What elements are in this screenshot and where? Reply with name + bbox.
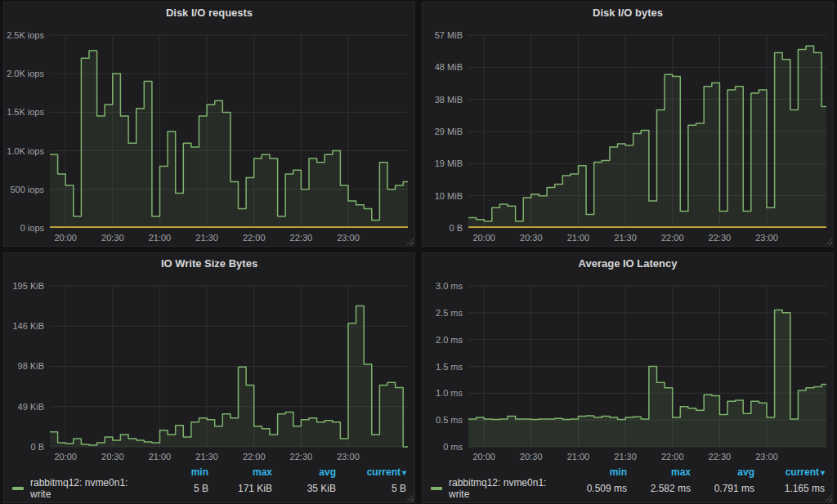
x-axis-label: 22:00 bbox=[661, 452, 684, 462]
x-axis-label: 21:30 bbox=[195, 233, 218, 243]
panel-title-disk-io-bytes[interactable]: Disk I/O bytes bbox=[423, 2, 833, 24]
y-axis-label: 0.5 ms bbox=[436, 415, 463, 425]
x-axis-label: 21:00 bbox=[149, 233, 172, 243]
legend-col-current[interactable]: current▾ bbox=[754, 466, 825, 478]
y-axis-label: 57 MiB bbox=[435, 30, 463, 40]
series-color-swatch bbox=[431, 487, 442, 490]
dashboard-grid: Disk I/O requests 0 iops500 iops1.0K iop… bbox=[0, 0, 837, 504]
y-axis-label: 10 MiB bbox=[435, 191, 463, 201]
legend: min max avg current▾ rabbitmq12: nvme0n1… bbox=[423, 465, 833, 502]
y-axis-label: 146 KiB bbox=[12, 321, 44, 331]
y-axis-label: 1.0K iops bbox=[7, 146, 44, 156]
y-axis-label: 98 KiB bbox=[18, 361, 44, 371]
y-axis-label: 49 KiB bbox=[18, 402, 44, 412]
legend-value-max: 171 KiB bbox=[208, 483, 272, 494]
y-axis-label: 38 MiB bbox=[435, 95, 463, 105]
series-line bbox=[468, 310, 826, 420]
legend-col-min[interactable]: min bbox=[563, 466, 627, 478]
x-axis-label: 22:30 bbox=[290, 452, 313, 462]
legend-value-avg: 0.791 ms bbox=[691, 483, 754, 494]
legend-row: rabbitmq12: nvme0n1: write 5 B 171 KiB 3… bbox=[12, 479, 406, 497]
legend-col-min[interactable]: min bbox=[145, 466, 208, 478]
panel-disk-io-bytes: Disk I/O bytes 0 B10 MiB19 MiB29 MiB38 M… bbox=[422, 2, 834, 247]
x-axis-label: 21:00 bbox=[567, 452, 590, 462]
y-axis-label: 1.5 ms bbox=[436, 362, 463, 372]
sort-caret-icon: ▾ bbox=[821, 468, 825, 477]
disk-io-requests-chart[interactable]: 0 iops500 iops1.0K iops1.5K iops2.0K iop… bbox=[4, 24, 414, 246]
x-axis-label: 23:00 bbox=[337, 233, 360, 243]
legend-value-avg: 35 KiB bbox=[272, 483, 336, 494]
panel-io-write-size-bytes: IO Write Size Bytes 0 B49 KiB98 KiB146 K… bbox=[3, 252, 415, 503]
series-name[interactable]: rabbitmq12: nvme0n1: write bbox=[30, 477, 145, 500]
panel-title-disk-io-requests[interactable]: Disk I/O requests bbox=[4, 2, 414, 24]
legend-col-avg[interactable]: avg bbox=[691, 466, 754, 478]
x-axis-label: 20:00 bbox=[472, 233, 495, 243]
y-axis-label: 0 iops bbox=[20, 223, 45, 233]
y-axis-label: 2.0K iops bbox=[7, 69, 44, 78]
series-color-swatch bbox=[12, 487, 24, 490]
x-axis-label: 22:30 bbox=[709, 452, 732, 462]
x-axis-label: 23:00 bbox=[755, 233, 778, 243]
panel-title-io-write-size-bytes[interactable]: IO Write Size Bytes bbox=[4, 253, 414, 274]
legend-row: rabbitmq12: nvme0n1: write 0.509 ms 2.58… bbox=[431, 479, 825, 497]
panel-disk-io-requests: Disk I/O requests 0 iops500 iops1.0K iop… bbox=[3, 2, 415, 247]
y-axis-label: 0 B bbox=[30, 442, 44, 452]
x-axis-label: 21:00 bbox=[567, 233, 590, 243]
x-axis-label: 21:30 bbox=[614, 452, 637, 462]
panel-title-average-io-latency[interactable]: Average IO Latency bbox=[423, 253, 833, 274]
io-write-size-bytes-chart[interactable]: 0 B49 KiB98 KiB146 KiB195 KiB20:0020:302… bbox=[4, 274, 414, 465]
series-fill bbox=[468, 46, 826, 228]
x-axis-label: 23:00 bbox=[755, 452, 778, 462]
legend-value-current: 1.165 ms bbox=[754, 483, 825, 494]
y-axis-label: 2.0 ms bbox=[436, 335, 463, 345]
y-axis-label: 2.5 ms bbox=[436, 308, 463, 318]
x-axis-label: 20:30 bbox=[520, 452, 543, 462]
legend-value-current: 5 B bbox=[336, 483, 406, 494]
x-axis-label: 21:30 bbox=[614, 233, 637, 243]
x-axis-label: 20:30 bbox=[520, 233, 543, 243]
x-axis-label: 21:30 bbox=[195, 452, 218, 462]
x-axis-label: 20:30 bbox=[101, 452, 124, 462]
y-axis-label: 0 B bbox=[449, 223, 463, 233]
x-axis-label: 21:00 bbox=[149, 452, 172, 462]
legend-value-min: 5 B bbox=[145, 483, 208, 494]
legend-value-max: 2.582 ms bbox=[627, 483, 691, 494]
y-axis-label: 0 ms bbox=[443, 442, 463, 452]
panel-average-io-latency: Average IO Latency 0 ms0.5 ms1.0 ms1.5 m… bbox=[422, 252, 834, 503]
y-axis-label: 48 MiB bbox=[435, 62, 463, 72]
y-axis-label: 19 MiB bbox=[435, 158, 463, 168]
x-axis-label: 20:00 bbox=[54, 233, 77, 243]
series-fill bbox=[468, 310, 826, 447]
x-axis-label: 23:00 bbox=[337, 452, 360, 462]
x-axis-label: 20:00 bbox=[54, 452, 77, 462]
y-axis-label: 500 iops bbox=[10, 185, 44, 194]
legend: min max avg current▾ rabbitmq12: nvme0n1… bbox=[4, 465, 414, 502]
y-axis-label: 2.5K iops bbox=[7, 30, 44, 40]
x-axis-label: 22:30 bbox=[709, 233, 732, 243]
disk-io-bytes-chart[interactable]: 0 B10 MiB19 MiB29 MiB38 MiB48 MiB57 MiB2… bbox=[423, 24, 833, 246]
y-axis-label: 195 KiB bbox=[12, 281, 44, 291]
legend-col-max[interactable]: max bbox=[208, 466, 272, 478]
x-axis-label: 22:00 bbox=[661, 233, 684, 243]
series-name[interactable]: rabbitmq12: nvme0n1: write bbox=[449, 477, 563, 500]
x-axis-label: 22:30 bbox=[290, 233, 313, 243]
y-axis-label: 1.5K iops bbox=[7, 107, 44, 117]
y-axis-label: 1.0 ms bbox=[436, 388, 463, 398]
x-axis-label: 22:00 bbox=[243, 233, 266, 243]
x-axis-label: 20:00 bbox=[472, 452, 495, 462]
legend-value-min: 0.509 ms bbox=[563, 483, 627, 494]
y-axis-label: 29 MiB bbox=[435, 127, 463, 136]
average-io-latency-chart[interactable]: 0 ms0.5 ms1.0 ms1.5 ms2.0 ms2.5 ms3.0 ms… bbox=[423, 274, 833, 465]
sort-caret-icon: ▾ bbox=[402, 468, 406, 477]
series-fill bbox=[50, 306, 408, 448]
x-axis-label: 20:30 bbox=[101, 233, 124, 243]
legend-col-max[interactable]: max bbox=[627, 466, 691, 478]
legend-col-current[interactable]: current▾ bbox=[336, 466, 406, 478]
y-axis-label: 3.0 ms bbox=[436, 281, 463, 291]
x-axis-label: 22:00 bbox=[243, 452, 266, 462]
legend-col-avg[interactable]: avg bbox=[272, 466, 336, 478]
